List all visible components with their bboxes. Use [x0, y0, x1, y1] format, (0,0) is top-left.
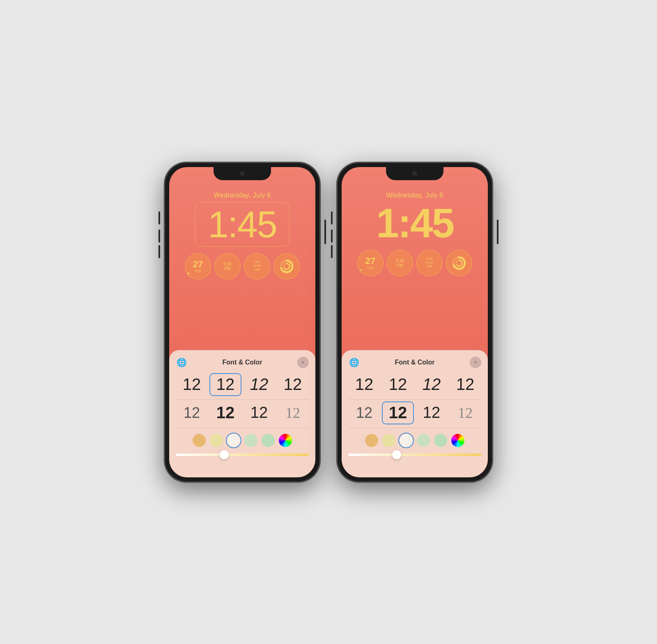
- font-label-2-0-0: 12: [355, 375, 374, 394]
- widget-ring-1[interactable]: [273, 253, 300, 280]
- font-label-2-0-1: 12: [389, 375, 407, 394]
- phone-1-time-box: 1:45: [195, 202, 289, 247]
- font-label-1-1-3: 12: [285, 404, 300, 422]
- phone-2-font-grid-2: 12 12 12 12: [348, 401, 481, 424]
- font-label-1-1-1: 12: [216, 403, 235, 422]
- swatch-1-1[interactable]: [210, 434, 223, 447]
- widget-aqi-dot-2: [360, 269, 362, 271]
- font-label-1-1-2: 12: [250, 404, 268, 422]
- close-button-2[interactable]: ×: [470, 357, 481, 368]
- swatch-1-3[interactable]: [244, 434, 257, 447]
- swatch-1-0[interactable]: [193, 434, 206, 447]
- phone-1-notch: [214, 167, 271, 180]
- phone-2-time: 1:45: [376, 202, 453, 243]
- font-label-1-0-2: 12: [250, 375, 269, 394]
- font-label-2-1-1: 12: [389, 403, 407, 422]
- widget-aqi-label-2: AQI: [367, 266, 374, 270]
- phone-2-panel-title: Font & Color: [360, 359, 470, 366]
- font-label-2-1-0: 12: [356, 404, 372, 422]
- font-label-2-1-3: 12: [458, 404, 473, 422]
- font-item-1-0-3[interactable]: 12: [277, 373, 309, 396]
- phones-container: Wednesday, July 6 1:45 27 AQI 8:34PM: [164, 162, 493, 482]
- widget-aqi-num-2: 27: [365, 257, 375, 266]
- font-item-2-1-0[interactable]: 12: [348, 401, 380, 424]
- phone-2-date: Wednesday, July 6: [386, 192, 443, 199]
- swatch-2-3[interactable]: [417, 434, 430, 447]
- phone-2: Wednesday, July 6 1:45 27 AQI 8:34PM: [337, 162, 493, 482]
- swatch-2-multicolor[interactable]: [451, 434, 464, 447]
- phone-1-font-grid: 12 12 12 12: [176, 373, 309, 396]
- widget-cup-sub-2: CUP10:45AM: [425, 257, 434, 268]
- phone-2-lockscreen: Wednesday, July 6 1:45 27 AQI 8:34PM: [342, 167, 488, 477]
- close-button-1[interactable]: ×: [297, 357, 309, 368]
- phone-2-widgets: 27 AQI 8:34PM CUP10:45AM: [357, 250, 472, 276]
- swatch-2-1[interactable]: [382, 434, 395, 447]
- phone-2-panel-header: 🌐 Font & Color ×: [348, 357, 481, 368]
- phone-1-panel: 🌐 Font & Color × 12 12 12: [169, 350, 315, 477]
- font-item-2-0-2[interactable]: 12: [416, 373, 448, 396]
- phone-2-slider-thumb[interactable]: [392, 450, 401, 459]
- widget-cup-sub-1: CUP10:45AM: [253, 261, 261, 271]
- phone-1-date: Wednesday, July 6: [214, 192, 271, 199]
- phone-2-slider-track[interactable]: [348, 454, 481, 456]
- font-label-1-0-0: 12: [183, 375, 201, 394]
- font-label-1-0-1: 12: [216, 375, 235, 394]
- font-label-1-0-3: 12: [284, 375, 302, 394]
- ring-svg-2: [451, 255, 467, 271]
- widget-aqi-2[interactable]: 27 AQI: [357, 250, 384, 276]
- phone-1-widgets: 27 AQI 8:34PM CUP10:45AM: [185, 253, 300, 280]
- swatch-2-2[interactable]: [400, 434, 413, 447]
- widget-time-sub-2: 8:34PM: [396, 259, 404, 268]
- font-label-2-1-2: 12: [423, 404, 440, 422]
- phone-1-time: 1:45: [208, 206, 276, 243]
- swatch-1-multicolor[interactable]: [279, 434, 292, 447]
- phone-2-font-grid: 12 12 12 12: [348, 373, 481, 396]
- font-item-2-1-1[interactable]: 12: [382, 401, 414, 424]
- font-item-1-1-3[interactable]: 12: [277, 401, 309, 424]
- phone-1-panel-title: Font & Color: [187, 359, 297, 366]
- widget-time-1[interactable]: 8:34PM: [214, 253, 241, 280]
- font-item-2-0-3[interactable]: 12: [449, 373, 481, 396]
- globe-icon-2[interactable]: 🌐: [348, 357, 360, 368]
- phone-2-color-row: [348, 430, 481, 451]
- widget-time-2[interactable]: 8:34PM: [387, 250, 413, 276]
- phone-1-screen: Wednesday, July 6 1:45 27 AQI 8:34PM: [169, 167, 315, 477]
- font-divider-1: [176, 399, 309, 400]
- color-divider-1: [176, 428, 309, 428]
- widget-aqi-dot-1: [188, 273, 189, 274]
- font-item-1-1-2[interactable]: 12: [243, 401, 275, 424]
- widget-time-sub-1: 8:34PM: [223, 262, 231, 271]
- phone-2-panel: 🌐 Font & Color × 12 12 12: [342, 350, 488, 477]
- globe-icon-1[interactable]: 🌐: [176, 357, 187, 368]
- font-item-2-1-3[interactable]: 12: [449, 401, 481, 424]
- font-item-2-0-1[interactable]: 12: [382, 373, 414, 396]
- font-item-1-0-2[interactable]: 12: [243, 373, 275, 396]
- phone-1-slider-track[interactable]: [176, 454, 309, 456]
- swatch-2-4[interactable]: [434, 434, 447, 447]
- font-item-1-1-1[interactable]: 12: [209, 401, 241, 424]
- widget-aqi-num-1: 27: [193, 260, 203, 269]
- font-item-1-1-0[interactable]: 12: [176, 401, 208, 424]
- widget-aqi-1[interactable]: 27 AQI: [185, 253, 211, 280]
- color-divider-2: [348, 428, 481, 428]
- swatch-1-4[interactable]: [262, 434, 275, 447]
- font-item-2-0-0[interactable]: 12: [348, 373, 380, 396]
- font-label-2-0-2: 12: [423, 375, 441, 394]
- swatch-2-0[interactable]: [365, 434, 378, 447]
- phone-1-slider-thumb[interactable]: [220, 450, 229, 459]
- font-item-1-0-0[interactable]: 12: [176, 373, 208, 396]
- widget-cup-2[interactable]: CUP10:45AM: [416, 250, 443, 276]
- phone-1-panel-header: 🌐 Font & Color ×: [176, 357, 309, 368]
- font-label-1-1-0: 12: [184, 404, 200, 422]
- phone-2-screen: Wednesday, July 6 1:45 27 AQI 8:34PM: [342, 167, 488, 477]
- phone-1-font-grid-2: 12 12 12 12: [176, 401, 309, 424]
- font-item-2-1-2[interactable]: 12: [416, 401, 448, 424]
- phone-1-lockscreen: Wednesday, July 6 1:45 27 AQI 8:34PM: [169, 167, 315, 477]
- swatch-1-2[interactable]: [227, 434, 240, 447]
- widget-ring-2[interactable]: [446, 250, 472, 276]
- font-item-1-0-1[interactable]: 12: [209, 373, 241, 396]
- font-divider-2: [348, 399, 481, 400]
- phone-1: Wednesday, July 6 1:45 27 AQI 8:34PM: [164, 162, 320, 482]
- widget-cup-1[interactable]: CUP10:45AM: [244, 253, 270, 280]
- phone-1-color-row: [176, 430, 309, 451]
